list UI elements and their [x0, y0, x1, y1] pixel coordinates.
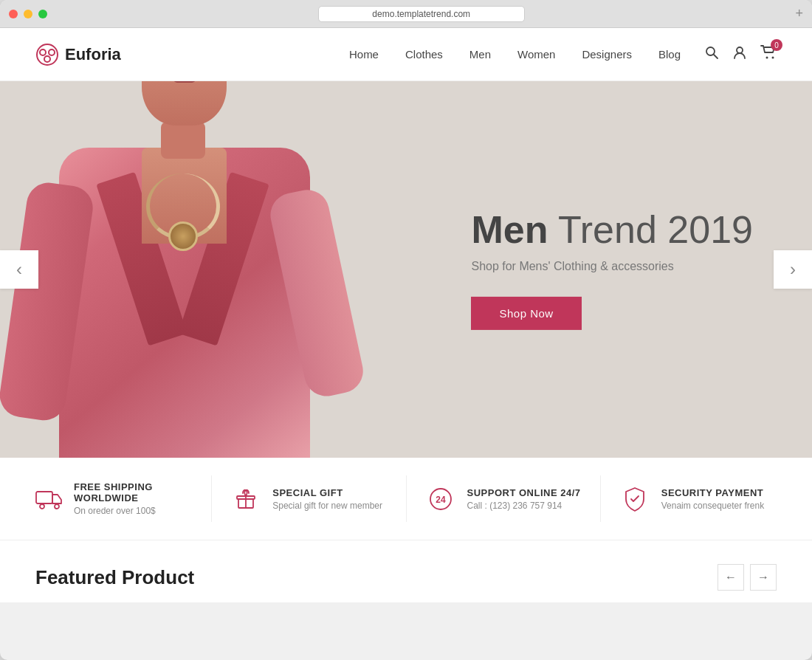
browser-titlebar: demo.templatetrend.com +: [0, 0, 812, 28]
svg-point-11: [55, 504, 59, 509]
browser-close-btn[interactable]: [9, 10, 18, 18]
feature-gift: SPECIAL GIFT Special gift for new member: [212, 475, 406, 522]
slider-next-button[interactable]: ›: [774, 250, 812, 289]
svg-rect-9: [36, 492, 52, 503]
feature-support-desc: Call : (123) 236 757 914: [467, 501, 581, 511]
necklace-pendant: [168, 221, 198, 251]
svg-point-2: [49, 49, 55, 55]
site-header: Euforia Home Clothes Men Women Designers…: [0, 28, 812, 81]
svg-point-4: [706, 47, 715, 55]
new-tab-button[interactable]: +: [795, 6, 803, 21]
search-icon[interactable]: [704, 45, 719, 63]
feature-support: 24 SUPPORT ONLINE 24/7 Call : (123) 236 …: [407, 475, 601, 522]
featured-next-button[interactable]: →: [750, 564, 777, 591]
hero-content: Men Trend 2019 Shop for Mens' Clothing &…: [471, 209, 753, 330]
svg-point-6: [737, 47, 743, 53]
features-strip: FREE SHIPPING WORLDWIDE On oreder over 1…: [0, 458, 812, 540]
logo-text: Euforia: [65, 45, 121, 64]
feature-security-desc: Venaim consequeter frenk: [661, 501, 764, 511]
lips: [173, 81, 196, 83]
feature-security-title: SECURITY PAYMENT: [661, 487, 764, 498]
svg-text:24: 24: [436, 495, 446, 505]
feature-security: SECURITY PAYMENT Venaim consequeter fren…: [601, 475, 777, 522]
browser-maximize-btn[interactable]: [38, 10, 47, 18]
browser-addressbar: demo.templatetrend.com: [97, 6, 745, 22]
gift-icon: [230, 483, 262, 515]
feature-support-text: SUPPORT ONLINE 24/7 Call : (123) 236 757…: [467, 487, 581, 511]
feature-gift-title: SPECIAL GIFT: [272, 487, 382, 498]
nav-women[interactable]: Women: [517, 48, 555, 61]
support-icon: 24: [424, 483, 457, 515]
account-icon[interactable]: [732, 45, 747, 63]
browser-window: demo.templatetrend.com + Euforia Home Cl…: [0, 0, 812, 660]
main-nav: Home Clothes Men Women Designers Blog: [349, 48, 681, 61]
svg-point-8: [772, 57, 774, 59]
featured-nav: ← →: [718, 564, 777, 591]
nav-clothes[interactable]: Clothes: [405, 48, 443, 61]
url-bar[interactable]: demo.templatetrend.com: [318, 6, 525, 22]
svg-point-3: [44, 56, 50, 62]
logo-icon: [35, 43, 59, 66]
feature-shipping-text: FREE SHIPPING WORLDWIDE On oreder over 1…: [74, 481, 193, 516]
hero-title-rest: Trend 2019: [548, 208, 753, 251]
header-icons: 0: [704, 45, 777, 63]
chevron-left-icon: ‹: [16, 259, 22, 280]
svg-point-1: [40, 49, 46, 55]
logo-link[interactable]: Euforia: [35, 43, 121, 66]
feature-gift-text: SPECIAL GIFT Special gift for new member: [272, 487, 382, 511]
nav-home[interactable]: Home: [349, 48, 379, 61]
browser-minimize-btn[interactable]: [24, 10, 32, 18]
neck: [161, 122, 205, 159]
hero-image: [0, 81, 406, 458]
hero-subtitle: Shop for Mens' Clothing & accessories: [471, 260, 753, 273]
featured-prev-button[interactable]: ←: [718, 564, 744, 591]
feature-shipping-desc: On oreder over 100$: [74, 506, 193, 516]
featured-header: Featured Product ← →: [35, 564, 777, 591]
feature-security-text: SECURITY PAYMENT Venaim consequeter fren…: [661, 487, 764, 511]
svg-point-10: [40, 504, 44, 509]
website-content: Euforia Home Clothes Men Women Designers…: [0, 28, 812, 602]
hero-title-bold: Men: [471, 208, 548, 251]
feature-support-title: SUPPORT ONLINE 24/7: [467, 487, 581, 498]
hero-section: Men Trend 2019 Shop for Mens' Clothing &…: [0, 81, 812, 458]
chevron-right-icon: ›: [790, 259, 796, 280]
slider-prev-button[interactable]: ‹: [0, 250, 38, 289]
security-icon: [619, 483, 651, 515]
svg-line-5: [714, 55, 718, 58]
nav-blog[interactable]: Blog: [658, 48, 681, 61]
head: [142, 81, 227, 126]
nav-men[interactable]: Men: [469, 48, 491, 61]
cart-count: 0: [771, 39, 782, 51]
svg-point-7: [766, 57, 768, 59]
truck-icon: [35, 483, 63, 515]
nav-designers[interactable]: Designers: [582, 48, 632, 61]
shop-now-button[interactable]: Shop Now: [471, 297, 581, 330]
hero-title: Men Trend 2019: [471, 209, 753, 251]
feature-shipping: FREE SHIPPING WORLDWIDE On oreder over 1…: [35, 475, 212, 522]
featured-section: Featured Product ← →: [0, 540, 812, 602]
feature-gift-desc: Special gift for new member: [272, 501, 382, 511]
feature-shipping-title: FREE SHIPPING WORLDWIDE: [74, 481, 193, 503]
featured-title: Featured Product: [35, 566, 194, 589]
cart-icon[interactable]: 0: [760, 45, 777, 63]
